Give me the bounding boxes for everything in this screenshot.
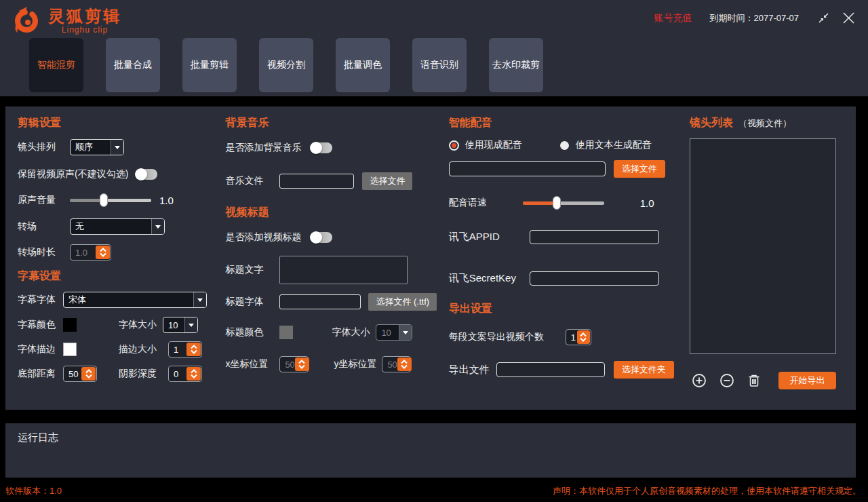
video-title-add-toggle[interactable] <box>311 232 332 243</box>
xunfei-secretkey-input[interactable] <box>530 271 659 286</box>
video-title-section-title: 视频标题 <box>225 206 448 220</box>
run-log-title: 运行日志 <box>18 431 844 444</box>
bgm-add-toggle[interactable] <box>311 142 332 153</box>
remove-circle-icon[interactable] <box>719 373 734 388</box>
export-file-input[interactable] <box>496 362 605 377</box>
tab-smart-mix[interactable]: 智能混剪 <box>29 38 83 92</box>
radio-existing-dubbing[interactable]: 使用现成配音 <box>449 139 522 151</box>
tab-batch-compose[interactable]: 批量合成 <box>106 38 160 92</box>
radio-tts-label: 使用文本生成配音 <box>576 139 652 151</box>
settings-panel: 剪辑设置 镜头排列 顺序 保留视频原声(不建议勾选) 原声音量 1.0 转场 <box>5 107 856 410</box>
title-x-spinner[interactable]: 50 <box>279 356 309 372</box>
subtitle-font-select[interactable]: 宋体 <box>63 292 207 308</box>
title-size-select[interactable]: 10 <box>376 324 412 341</box>
edit-settings-title: 剪辑设置 <box>18 116 225 130</box>
title-font-input[interactable] <box>279 294 361 309</box>
bottom-distance-spinner[interactable]: 50 <box>63 366 97 382</box>
stroke-size-spinner[interactable]: 1 <box>168 341 202 358</box>
bottom-distance-label: 底部距离 <box>18 368 63 380</box>
stroke-size-label: 描边大小 <box>119 343 157 355</box>
speech-speed-slider[interactable] <box>523 196 604 210</box>
slider-track-left <box>70 199 104 202</box>
transition-duration-value: 1.0 <box>71 248 96 258</box>
choose-export-folder-button[interactable]: 选择文件夹 <box>614 361 674 379</box>
dubbing-file-input[interactable] <box>449 161 606 176</box>
choose-ttf-button[interactable]: 选择文件 (.ttf) <box>368 293 437 311</box>
xunfei-appid-input[interactable] <box>530 230 659 244</box>
title-y-spinner[interactable]: 50 <box>382 356 411 372</box>
transition-duration-spinner[interactable]: 1.0 <box>70 244 111 260</box>
xunfei-secretkey-label: 讯飞SecretKey <box>449 272 530 285</box>
chevron-down-icon <box>184 317 197 332</box>
shot-list-subtitle: （视频文件） <box>738 118 791 128</box>
radio-existing-label: 使用现成配音 <box>465 139 522 151</box>
choose-dubbing-file-button[interactable]: 选择文件 <box>614 160 665 178</box>
spinner-arrows-icon[interactable] <box>81 367 96 381</box>
speech-speed-slider-handle[interactable] <box>553 196 561 210</box>
spinner-arrows-icon[interactable] <box>397 358 412 371</box>
shot-order-select[interactable]: 顺序 <box>70 139 124 155</box>
subtitle-color-label: 字幕颜色 <box>18 319 63 331</box>
shadow-depth-spinner[interactable]: 0 <box>168 366 202 382</box>
chevron-down-icon <box>193 292 206 307</box>
title-size-label: 字体大小 <box>332 326 370 339</box>
tab-batch-edit[interactable]: 批量剪辑 <box>182 38 237 92</box>
start-export-button[interactable]: 开始导出 <box>778 372 836 389</box>
tab-video-split[interactable]: 视频分割 <box>259 38 313 92</box>
title-x-label: x坐标位置 <box>225 358 279 370</box>
choose-music-file-button[interactable]: 选择文件 <box>362 172 412 190</box>
subtitle-size-select[interactable]: 10 <box>163 317 198 333</box>
spinner-arrows-icon[interactable] <box>295 358 309 371</box>
transition-duration-label: 转场时长 <box>18 246 70 258</box>
slider-track-right <box>557 201 604 205</box>
title-y-label: y坐标位置 <box>334 358 376 370</box>
volume-label: 原声音量 <box>18 194 70 206</box>
title-font-label: 标题字体 <box>225 296 279 308</box>
export-count-label: 每段文案导出视频个数 <box>449 331 544 343</box>
transition-select[interactable]: 无 <box>70 218 165 235</box>
close-icon[interactable] <box>842 11 856 25</box>
radio-tts-dubbing[interactable]: 使用文本生成配音 <box>560 139 652 151</box>
tab-watermark-crop[interactable]: 去水印裁剪 <box>489 38 543 92</box>
chevron-down-icon <box>399 325 412 340</box>
title-text-input[interactable] <box>279 256 408 284</box>
video-title-add-label: 是否添加视频标题 <box>225 231 301 244</box>
app-header: 灵狐剪辑 Linghu clip 账号充值 到期时间：2077-07-07 <box>0 0 868 96</box>
export-count-spinner[interactable]: 1 <box>566 329 591 345</box>
account-recharge-link[interactable]: 账号充值 <box>654 12 692 24</box>
spinner-arrows-icon[interactable] <box>186 367 201 381</box>
title-text-label: 标题文字 <box>225 264 279 276</box>
shot-order-label: 镜头排列 <box>18 141 70 153</box>
title-size-value: 10 <box>376 325 399 340</box>
spinner-arrows-icon[interactable] <box>186 343 201 356</box>
keep-audio-toggle[interactable] <box>136 169 157 180</box>
spinner-arrows-icon[interactable] <box>96 246 110 259</box>
shot-list-box[interactable] <box>690 138 836 354</box>
slider-track-left <box>523 201 557 205</box>
spinner-arrows-icon[interactable] <box>577 330 590 344</box>
footer-bar: 软件版本：1.0 声明：本软件仅用于个人原创音视频素材的处理，使用本软件请遵守相… <box>0 478 868 497</box>
stroke-size-value: 1 <box>170 345 186 355</box>
title-color-swatch[interactable] <box>279 326 293 339</box>
transition-label: 转场 <box>18 220 70 233</box>
disclaimer-text: 声明：本软件仅用于个人原创音视频素材的处理，使用本软件请遵守相关规定。 <box>553 485 861 497</box>
fox-logo-icon <box>11 4 42 38</box>
subtitle-color-swatch[interactable] <box>63 318 77 332</box>
expiry-date-text: 到期时间：2077-07-07 <box>710 12 800 24</box>
subtitle-size-label: 字体大小 <box>119 319 157 331</box>
volume-slider[interactable] <box>70 193 151 207</box>
chevron-down-icon <box>151 219 164 234</box>
subtitle-stroke-label: 字体描边 <box>18 343 63 355</box>
window-buttons <box>816 11 856 25</box>
add-circle-icon[interactable] <box>692 373 707 388</box>
tab-speech-recognition[interactable]: 语音识别 <box>412 38 467 92</box>
trash-icon[interactable] <box>748 374 760 387</box>
export-file-label: 导出文件 <box>449 364 496 376</box>
tab-batch-color[interactable]: 批量调色 <box>336 38 390 92</box>
bgm-title-column: 背景音乐 是否添加背景音乐 音乐文件 选择文件 视频标题 是否添加视频标题 标题… <box>225 116 448 410</box>
music-file-input[interactable] <box>279 174 354 189</box>
volume-slider-handle[interactable] <box>100 193 108 207</box>
collapse-window-icon[interactable] <box>816 11 831 25</box>
dubbing-title: 智能配音 <box>449 116 690 130</box>
subtitle-stroke-swatch[interactable] <box>63 343 77 356</box>
